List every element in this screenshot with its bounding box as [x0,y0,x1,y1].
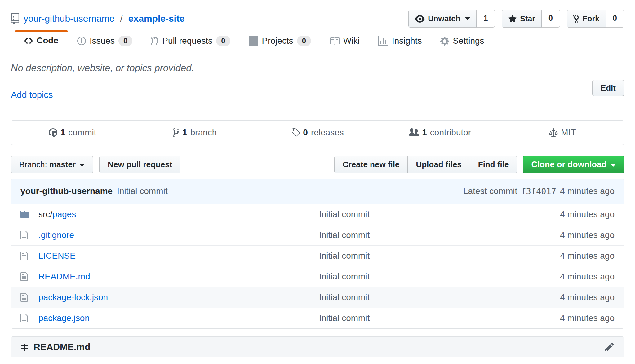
file-commit-message[interactable]: Initial commit [319,209,370,219]
unwatch-caret-icon [465,17,470,20]
tab-settings[interactable]: Settings [431,31,493,51]
file-commit-message[interactable]: Initial commit [319,230,370,240]
pencil-icon [605,344,614,349]
tab-issues-label: Issues [90,36,115,46]
upload-files-button[interactable]: Upload files [407,156,470,173]
file-commit-message[interactable]: Initial commit [319,313,370,323]
star-group: Star 0 [502,10,560,27]
file-row: src/pages Initial commit 4 minutes ago [11,204,624,225]
tab-projects[interactable]: Projects 0 [240,31,321,51]
file-name-link[interactable]: pages [52,209,76,219]
stat-license[interactable]: MIT [501,127,624,138]
stat-contributors[interactable]: 1 contributor [379,127,501,138]
file-icon [20,230,38,240]
file-commit-message[interactable]: Initial commit [319,272,370,281]
code-icon [24,35,33,46]
file-age: 4 minutes ago [512,209,615,219]
issues-count-badge: 0 [118,36,132,46]
tab-code-label: Code [37,36,58,46]
contributors-label: contributor [430,128,471,138]
pull-requests-count-badge: 0 [216,36,230,46]
gear-icon [440,36,449,46]
tab-issues[interactable]: Issues 0 [68,31,142,51]
file-age: 4 minutes ago [512,272,615,282]
readme-section: README.md [11,336,624,364]
folder-icon [20,209,38,220]
file-name-link[interactable]: README.md [38,272,90,281]
tab-code[interactable]: Code [15,30,68,51]
pagehead-actions: Unwatch 1 Star 0 [408,10,624,27]
repo-link[interactable]: example-site [128,13,185,24]
file-icon [20,251,38,261]
find-file-button[interactable]: Find file [470,156,517,173]
star-count[interactable]: 0 [542,10,560,27]
law-icon [549,127,558,138]
star-icon [508,13,517,24]
edit-readme-button[interactable] [603,342,616,352]
file-row: LICENSE Initial commit 4 minutes ago [11,245,624,266]
file-navigation: Branch: master New pull request Create n… [11,156,624,173]
file-commit-message[interactable]: Initial commit [319,251,370,261]
unwatch-button[interactable]: Unwatch [408,10,477,27]
branches-count: 1 [182,128,187,138]
tab-pull-requests[interactable]: Pull requests 0 [142,31,239,51]
latest-commit-age: 4 minutes ago [560,186,615,196]
readme-title: README.md [33,342,90,352]
file-name-link[interactable]: package.json [38,313,90,323]
releases-label: releases [311,128,344,138]
tag-icon [291,127,300,138]
releases-count: 0 [303,128,308,138]
wiki-book-icon [330,36,340,46]
fork-label: Fork [583,14,599,23]
people-icon [409,127,419,138]
file-name-link[interactable]: package-lock.json [38,292,108,302]
file-actions-group: Create new file Upload files Find file [334,156,517,173]
create-new-file-button[interactable]: Create new file [334,156,408,173]
owner-link[interactable]: your-github-username [24,13,114,24]
repo-description: No description, website, or topics provi… [11,62,194,74]
stats-bar: 1 commit 1 branch 0 releases 1 contribut… [11,120,624,145]
repo-tabs: Code Issues 0 Pull requests 0 Projects 0… [0,30,635,51]
file-age: 4 minutes ago [512,292,615,302]
tab-pull-requests-label: Pull requests [162,36,212,46]
breadcrumb-separator: / [120,13,122,24]
readme-header: README.md [11,337,624,357]
file-row: package-lock.json Initial commit 4 minut… [11,287,624,308]
star-button[interactable]: Star [502,10,542,27]
clone-or-download-button[interactable]: Clone or download [523,156,624,173]
git-pull-request-icon [151,36,158,46]
commits-count: 1 [60,128,65,138]
branch-caret-icon [80,164,85,167]
fork-button[interactable]: Fork [567,10,606,27]
latest-commit-label: Latest commit [463,186,517,196]
tab-settings-label: Settings [453,36,484,46]
commit-author-link[interactable]: your-github-username [20,186,113,196]
tab-insights[interactable]: Insights [369,31,431,51]
add-topics-link[interactable]: Add topics [11,89,53,100]
fork-icon [573,13,579,24]
stat-branches[interactable]: 1 branch [134,127,256,138]
clone-button-label: Clone or download [531,160,606,169]
book-icon [19,341,29,352]
stat-releases[interactable]: 0 releases [256,127,379,138]
new-pull-request-button[interactable]: New pull request [99,156,180,173]
commit-sha-link[interactable]: f3f4017 [521,186,556,196]
file-name-link[interactable]: .gitignore [38,230,74,240]
file-age: 4 minutes ago [512,313,615,323]
unwatch-label: Unwatch [428,14,460,23]
stat-commits[interactable]: 1 commit [11,127,134,138]
contributors-count: 1 [422,128,427,138]
branch-select-button[interactable]: Branch: master [11,156,93,173]
file-age: 4 minutes ago [512,251,615,261]
tab-wiki[interactable]: Wiki [320,31,369,51]
fork-count[interactable]: 0 [606,10,624,27]
watch-count[interactable]: 1 [477,10,495,27]
readme-body [11,357,624,364]
file-name-link[interactable]: LICENSE [38,251,76,261]
file-icon [20,292,38,303]
commit-message-link[interactable]: Initial commit [117,186,167,196]
project-icon [249,36,258,46]
issue-opened-icon [77,36,86,46]
edit-button[interactable]: Edit [592,80,624,96]
file-commit-message[interactable]: Initial commit [319,292,370,302]
